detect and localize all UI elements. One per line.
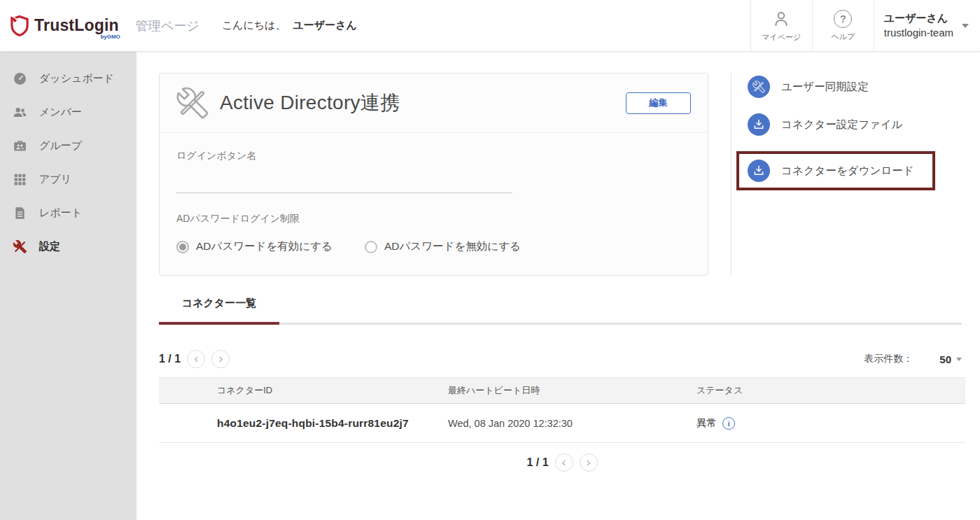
chevron-left-icon bbox=[192, 355, 201, 364]
radio-label: ADパスワードを無効にする bbox=[384, 239, 521, 254]
reports-icon bbox=[13, 206, 27, 220]
account-menu[interactable]: ユーザーさん trustlogin-team bbox=[874, 0, 980, 51]
col-last-heartbeat: 最終ハートビート日時 bbox=[448, 384, 696, 397]
connector-id-cell: h4o1eu2-j7eq-hqbi-15b4-rurr81eu2j7 bbox=[159, 417, 448, 430]
sidebar-item-label: アプリ bbox=[39, 173, 71, 186]
radio-enable-ad-password[interactable]: ADパスワードを有効にする bbox=[176, 239, 332, 254]
logo-brand-text: TrustLogin bbox=[34, 16, 119, 34]
sidebar-item-apps[interactable]: アプリ bbox=[0, 162, 136, 196]
account-team-name: trustlogin-team bbox=[884, 26, 953, 40]
sidebar-item-groups[interactable]: グループ bbox=[0, 129, 136, 162]
chevron-right-icon bbox=[584, 458, 593, 468]
radio-selected-icon[interactable] bbox=[176, 241, 189, 253]
status-text: 異常 bbox=[696, 416, 717, 430]
ad-integration-card: Active Directory連携 編集 ログインボタン名 ADパスワードログ… bbox=[159, 73, 708, 276]
page-indicator: 1 / 1 bbox=[526, 456, 548, 469]
greeting-prefix: こんにちは、 bbox=[222, 19, 286, 31]
dashboard-icon bbox=[13, 71, 27, 86]
chevron-down-icon bbox=[956, 358, 962, 361]
greeting-username: ユーザーさん bbox=[293, 19, 356, 31]
chevron-left-icon bbox=[559, 458, 568, 468]
radio-unselected-icon[interactable] bbox=[365, 241, 377, 253]
tools-icon bbox=[748, 76, 770, 98]
info-icon[interactable]: i bbox=[722, 417, 735, 430]
sidebar-item-dashboard[interactable]: ダッシュボード bbox=[0, 62, 136, 95]
chevron-down-icon bbox=[962, 24, 969, 28]
action-label: ユーザー同期設定 bbox=[781, 80, 869, 94]
pagination-top: 1 / 1 表示件数： 50 bbox=[159, 350, 962, 368]
ad-password-restriction-label: ADパスワードログイン制限 bbox=[176, 213, 691, 225]
sidebar-item-label: レポート bbox=[39, 206, 82, 220]
next-page-button[interactable] bbox=[580, 454, 598, 472]
help-icon: ? bbox=[834, 10, 852, 28]
top-header: TrustLogin byGMO 管理ページ こんにちは、ユーザーさん マイペー… bbox=[0, 0, 980, 52]
next-page-button[interactable] bbox=[211, 350, 230, 368]
chevron-right-icon bbox=[216, 355, 225, 364]
col-status: ステータス bbox=[696, 384, 965, 397]
mypage-label: マイページ bbox=[762, 32, 801, 43]
per-page-select[interactable]: 50 bbox=[939, 353, 962, 365]
person-icon bbox=[771, 9, 791, 29]
action-label: コネクター設定ファイル bbox=[781, 118, 902, 132]
radio-label: ADパスワードを有効にする bbox=[196, 239, 332, 254]
side-actions-panel: ユーザー同期設定 コネクター設定ファイル bbox=[732, 73, 935, 276]
download-connector-button[interactable]: コネクターをダウンロード bbox=[748, 160, 914, 182]
radio-disable-ad-password[interactable]: ADパスワードを無効にする bbox=[365, 239, 521, 254]
sidebar-item-settings[interactable]: 設定 bbox=[0, 230, 136, 263]
tab-bar-rest bbox=[279, 322, 962, 325]
shield-logo-icon bbox=[9, 15, 30, 37]
apps-icon bbox=[13, 172, 27, 187]
main-content: Active Directory連携 編集 ログインボタン名 ADパスワードログ… bbox=[136, 52, 980, 520]
connector-config-file-button[interactable]: コネクター設定ファイル bbox=[748, 113, 935, 136]
sidebar-item-reports[interactable]: レポート bbox=[0, 196, 136, 230]
per-page-value: 50 bbox=[939, 353, 951, 365]
login-button-name-input[interactable] bbox=[176, 162, 512, 193]
sidebar-item-label: ダッシュボード bbox=[39, 72, 114, 85]
prev-page-button[interactable] bbox=[555, 454, 573, 472]
sidebar-item-members[interactable]: メンバー bbox=[0, 95, 136, 129]
help-button[interactable]: ? ヘルプ bbox=[812, 0, 874, 51]
col-connector-id: コネクターID bbox=[159, 384, 448, 397]
tab-connector-list[interactable]: コネクター一覧 bbox=[159, 297, 279, 325]
tab-bar: コネクター一覧 bbox=[159, 297, 962, 325]
settings-icon bbox=[13, 239, 27, 254]
help-label: ヘルプ bbox=[831, 31, 855, 42]
status-cell: 異常 i bbox=[696, 416, 965, 430]
trustlogin-logo[interactable]: TrustLogin byGMO bbox=[0, 15, 119, 37]
connector-table: コネクターID 最終ハートビート日時 ステータス h4o1eu2-j7eq-hq… bbox=[159, 377, 965, 443]
per-page-label: 表示件数： bbox=[864, 353, 913, 365]
login-button-name-label: ログインボタン名 bbox=[176, 150, 691, 162]
download-icon bbox=[748, 160, 770, 182]
action-label: コネクターをダウンロード bbox=[781, 164, 914, 178]
logo-by-gmo: byGMO bbox=[100, 34, 120, 40]
greeting-text: こんにちは、ユーザーさん bbox=[222, 19, 357, 32]
groups-icon bbox=[13, 139, 27, 153]
download-icon bbox=[748, 113, 770, 136]
last-heartbeat-cell: Wed, 08 Jan 2020 12:32:30 bbox=[448, 418, 696, 429]
members-icon bbox=[13, 105, 27, 120]
admin-page-label: 管理ページ bbox=[136, 17, 200, 34]
table-row[interactable]: h4o1eu2-j7eq-hqbi-15b4-rurr81eu2j7 Wed, … bbox=[159, 404, 965, 443]
sidebar-item-label: メンバー bbox=[39, 106, 82, 119]
sidebar-item-label: 設定 bbox=[39, 240, 60, 253]
account-user-name: ユーザーさん bbox=[884, 11, 953, 25]
edit-button[interactable]: 編集 bbox=[626, 92, 691, 114]
pagination-bottom: 1 / 1 bbox=[159, 454, 965, 472]
page-indicator: 1 / 1 bbox=[159, 353, 181, 365]
card-title: Active Directory連携 bbox=[220, 90, 400, 116]
sidebar-nav: ダッシュボード メンバー グループ bbox=[0, 52, 136, 520]
mypage-button[interactable]: マイページ bbox=[750, 0, 812, 51]
sidebar-item-label: グループ bbox=[39, 139, 82, 153]
highlight-annotation-box: コネクターをダウンロード bbox=[736, 151, 935, 190]
table-header-row: コネクターID 最終ハートビート日時 ステータス bbox=[159, 377, 965, 404]
tools-icon bbox=[176, 87, 209, 119]
prev-page-button[interactable] bbox=[187, 350, 205, 368]
user-sync-settings-button[interactable]: ユーザー同期設定 bbox=[748, 76, 935, 98]
